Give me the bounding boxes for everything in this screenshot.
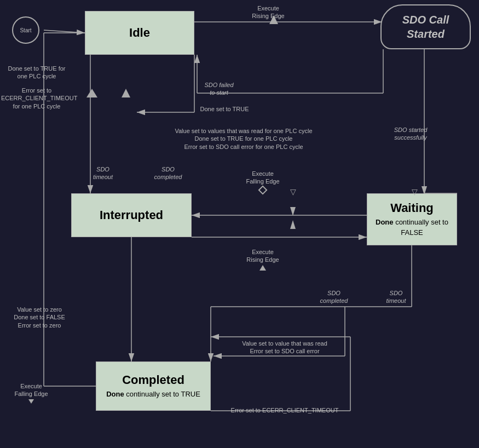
completed-state: Completed Done continually set to TRUE	[96, 361, 211, 411]
svg-marker-18	[290, 207, 296, 216]
label-sdo-completed-mid: SDOcompleted	[143, 165, 193, 181]
svg-marker-22	[86, 89, 97, 97]
arrow-down-indicator-2: ▽	[412, 187, 418, 196]
waiting-subtitle: Done continually set to FALSE	[367, 217, 457, 237]
completed-subtitle: Done continually set to TRUE	[106, 389, 200, 399]
waiting-state: Waiting Done continually set to FALSE	[367, 193, 457, 245]
idle-state: Idle	[85, 11, 194, 55]
sdo-started-label: SDO CallStarted	[402, 13, 449, 41]
label-sdo-success: SDO startedsuccessfully	[380, 126, 441, 142]
label-value-read-error: Value set to value that was readError se…	[213, 340, 356, 355]
label-exec-falling-bottom: ExecuteFalling Edge	[1, 382, 61, 405]
label-value-zero: Value set to zeroDone set to FALSEError …	[1, 306, 78, 329]
label-done-true: Done set to TRUE	[192, 105, 257, 113]
label-exec-rising-idle-sdo: ExecuteRising Edge	[235, 4, 301, 20]
completed-bold: Done	[106, 390, 124, 398]
start-label: Start	[20, 27, 31, 33]
svg-marker-20	[290, 220, 296, 229]
svg-line-5	[44, 30, 85, 33]
label-done-plc: Done set to TRUE forone PLC cycle	[1, 65, 72, 81]
state-diagram: Start Idle SDO CallStarted Waiting Done …	[0, 0, 479, 448]
interrupted-state: Interrupted	[71, 193, 192, 237]
idle-title: Idle	[129, 26, 150, 40]
arrow-down-indicator: ▽	[290, 187, 296, 196]
label-sdo-failed: SDO failedto start	[192, 81, 246, 97]
label-exec-falling-top: ExecuteFalling Edge	[230, 170, 296, 194]
interrupted-title: Interrupted	[100, 208, 163, 222]
label-sdo-completed-bottom: SDOcompleted	[312, 289, 356, 305]
start-circle: Start	[12, 16, 39, 44]
label-sdo-timeout-left: SDOtimeout	[81, 165, 125, 181]
waiting-bold: Done	[376, 218, 394, 226]
label-error-client: Error set toECERR_CLIENT_TIMEOUTfor one …	[1, 87, 72, 110]
sdo-started-box: SDO CallStarted	[380, 4, 471, 49]
svg-marker-11	[122, 89, 130, 97]
label-error-ecerr-bottom: Error set to ECERR_CLIENT_TIMEOUT	[213, 406, 356, 414]
completed-title: Completed	[122, 373, 184, 387]
label-sdo-timeout-bottom: SDOtimeout	[376, 289, 417, 305]
label-value-read: Value set to values that was read for on…	[145, 127, 342, 151]
label-exec-rising-bottom: ExecuteRising Edge	[230, 248, 296, 272]
waiting-title: Waiting	[390, 201, 434, 215]
